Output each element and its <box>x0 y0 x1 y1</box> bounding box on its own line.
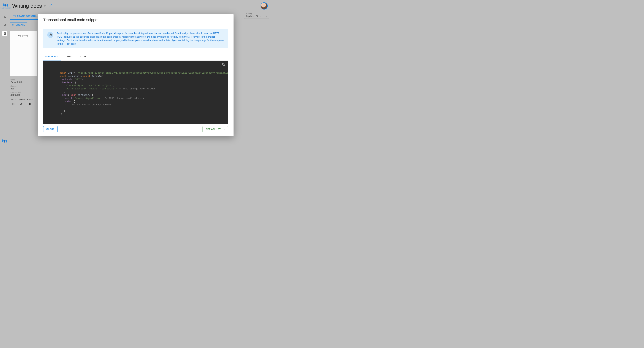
get-api-key-button[interactable]: GET API KEY <box>202 126 228 132</box>
modal-title: Transactional email code snippet <box>43 18 228 24</box>
close-label: CLOSE <box>46 128 54 131</box>
tab-javascript[interactable]: JAVASCRIPT <box>43 53 61 60</box>
code-tabs: JAVASCRIPT PHP CURL <box>43 53 228 61</box>
code-block: const url = 'https://api.bluefox.email/v… <box>43 61 228 124</box>
tab-php[interactable]: PHP <box>66 53 73 60</box>
modal-backdrop[interactable]: Transactional email code snippet To simp… <box>0 0 271 146</box>
arrow-right-icon <box>222 128 225 131</box>
copy-icon[interactable] <box>222 63 225 67</box>
svg-rect-13 <box>223 64 225 65</box>
help-icon <box>47 32 53 38</box>
tab-curl[interactable]: CURL <box>79 53 88 60</box>
modal-footer: CLOSE GET API KEY <box>43 126 228 132</box>
info-text: To simplify the process, we offer a Java… <box>57 31 224 45</box>
svg-rect-14 <box>222 63 224 65</box>
info-callout: To simplify the process, we offer a Java… <box>43 29 228 48</box>
svg-point-12 <box>50 35 50 36</box>
code-snippet-modal: Transactional email code snippet To simp… <box>38 14 234 136</box>
code-text: const url = 'https://api.bluefox.email/v… <box>43 61 228 119</box>
close-button[interactable]: CLOSE <box>43 126 58 132</box>
get-api-key-label: GET API KEY <box>206 128 221 131</box>
